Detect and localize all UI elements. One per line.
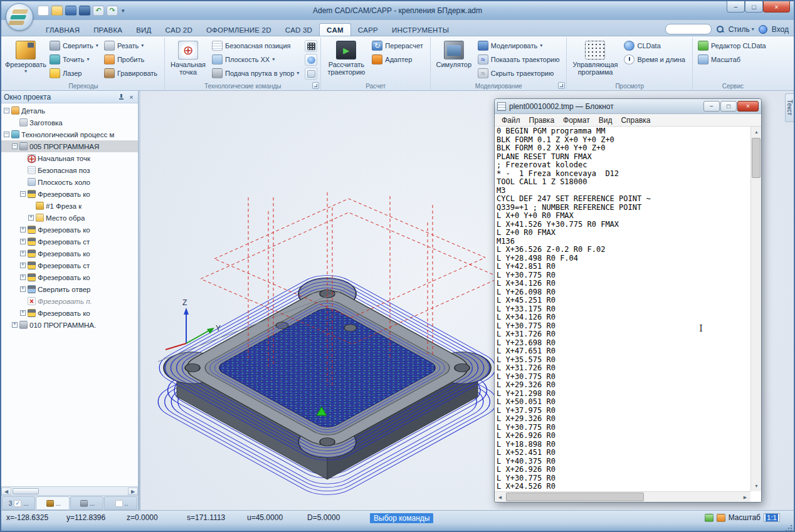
search-input[interactable] <box>665 24 712 34</box>
login-icon[interactable] <box>759 25 767 34</box>
notepad-menu-item[interactable]: Справка <box>616 115 655 126</box>
tree-item[interactable]: Фрезеровать ст <box>1 236 138 248</box>
panel-close-icon[interactable]: × <box>127 93 135 101</box>
ribbon-button[interactable]: CLData ▾ <box>622 39 689 53</box>
notepad-menu-item[interactable]: Вид <box>594 115 617 126</box>
tree-item[interactable]: Фрезеровать ко <box>1 224 138 236</box>
tree-expand-icon[interactable] <box>28 203 34 209</box>
tree-expand-icon[interactable] <box>20 239 26 244</box>
ribbon-tab[interactable]: CAD 2D <box>159 24 199 36</box>
milling-button[interactable]: Фрезеровать ▾ <box>6 39 46 81</box>
ribbon-icon-button[interactable] <box>305 68 317 80</box>
notepad-maximize-button[interactable]: □ <box>720 101 737 112</box>
calculate-toolpath-button[interactable]: Рассчитать траекторию <box>324 39 368 81</box>
nc-program-button[interactable]: Управляющая программа <box>570 39 620 81</box>
ribbon-button[interactable]: Безопасная позиция ▾ <box>210 39 303 53</box>
start-point-button[interactable]: Начальная точка <box>168 39 208 81</box>
tree-expand-icon[interactable] <box>20 274 26 280</box>
ribbon-button[interactable]: Точить ▾ <box>48 53 102 66</box>
tree-expand-icon[interactable] <box>20 155 26 161</box>
ribbon-button[interactable]: Моделировать ▾ <box>476 39 564 53</box>
tree-expand-icon[interactable] <box>12 120 18 125</box>
adem-logo-icon[interactable] <box>6 3 33 31</box>
tree-expand-icon[interactable] <box>20 227 26 232</box>
ribbon-button[interactable]: Гравировать ▾ <box>102 66 161 80</box>
tree-expand-icon[interactable] <box>4 108 9 113</box>
tree-expand-icon[interactable] <box>20 286 26 292</box>
ribbon-tab[interactable]: ИНСТРУМЕНТЫ <box>385 24 456 36</box>
tree-expand-icon[interactable] <box>12 143 18 149</box>
panel-tab[interactable]: ... <box>70 496 103 510</box>
scroll-left-icon[interactable]: ◀ <box>495 492 505 502</box>
ribbon-tab[interactable]: CAPP <box>351 24 385 36</box>
ribbon-icon-button[interactable] <box>305 54 317 66</box>
ribbon-button[interactable]: Подача прутка в упор ▾ <box>210 66 303 80</box>
tree-item[interactable]: Фрезеровать ко <box>1 307 138 319</box>
tree-item[interactable]: Безопасная поз <box>1 164 138 176</box>
tree-expand-icon[interactable] <box>20 191 26 197</box>
search-icon[interactable] <box>716 25 724 33</box>
tree-item[interactable]: 005 ПРОГРАММНАЯ <box>1 140 138 152</box>
dialog-launcher-icon[interactable] <box>312 82 319 89</box>
tree-item[interactable]: Начальная точк <box>1 152 138 164</box>
scale-input[interactable]: 1:1 <box>764 513 780 522</box>
scroll-left-icon[interactable]: ◀ <box>1 488 11 495</box>
login-button[interactable]: Вход <box>772 25 789 34</box>
orange-cube-icon[interactable] <box>717 514 725 522</box>
quick-access-menu-arrow-icon[interactable]: ▾ <box>122 8 125 14</box>
tree-item[interactable]: Сверлить отвер <box>1 283 138 295</box>
ribbon-tab[interactable]: CAD 3D <box>278 24 319 36</box>
ribbon-button[interactable]: Скрыть траекторию ▾ <box>476 66 564 80</box>
ribbon-button[interactable]: Резать ▾ <box>102 39 161 53</box>
notepad-titlebar[interactable]: plent00010002.tmp — Блокнот − □ × <box>495 99 761 114</box>
tree-expand-icon[interactable] <box>20 167 26 173</box>
scrollbar-thumb[interactable] <box>13 488 39 494</box>
notepad-menu-item[interactable]: Файл <box>497 115 525 126</box>
notepad-vertical-scrollbar[interactable]: ▲ ▼ <box>750 127 761 491</box>
save-all-icon[interactable] <box>79 6 90 16</box>
tree-item[interactable]: Технологический процесс м <box>1 128 138 140</box>
redo-icon[interactable] <box>107 6 118 16</box>
ribbon-tab[interactable]: ГЛАВНАЯ <box>39 24 87 36</box>
tree-item[interactable]: Заготовка <box>1 117 138 128</box>
open-folder-icon[interactable] <box>51 6 63 16</box>
tree-item[interactable]: 010 ПРОГРАММНА. <box>1 319 138 331</box>
panel-horizontal-scrollbar[interactable]: ◀ ▶ <box>1 486 138 495</box>
panel-tab[interactable]: ... <box>36 496 69 510</box>
notepad-minimize-button[interactable]: − <box>703 101 720 112</box>
tree-item[interactable]: Плоскость холо <box>1 176 138 188</box>
ribbon-tab[interactable]: ВИД <box>129 24 158 36</box>
titlebar[interactable]: ▾ Adem CAD/CAM/CAPP - крепления БПдерж.a… <box>1 1 794 20</box>
new-doc-icon[interactable] <box>38 6 49 16</box>
tree-expand-icon[interactable] <box>28 215 34 221</box>
tree-expand-icon[interactable] <box>20 251 26 256</box>
tree-expand-icon[interactable] <box>20 298 26 304</box>
panel-tab[interactable]: 3 ... <box>2 496 35 510</box>
green-book-icon[interactable] <box>705 514 713 522</box>
tree-expand-icon[interactable] <box>4 132 9 137</box>
tree-item[interactable]: Место обра <box>1 212 138 224</box>
ribbon-tab[interactable]: ПРАВКА <box>87 24 129 36</box>
simulator-button[interactable]: Симулятор <box>434 39 474 81</box>
ribbon-button[interactable]: Перерасчет ▾ <box>370 39 426 53</box>
ribbon-button[interactable]: Адаптер ▾ <box>370 53 426 66</box>
ribbon-tab[interactable]: ОФОРМЛЕНИЕ 2D <box>199 24 278 36</box>
ribbon-button[interactable]: Пробить ▾ <box>102 53 161 66</box>
panel-tab[interactable]: .. <box>104 496 137 510</box>
scrollbar-thumb[interactable] <box>752 138 761 178</box>
tree-item[interactable]: Фрезеровать ст <box>1 259 138 271</box>
notepad-text[interactable]: 0 BEGIN PGM programma MM BLK FORM 0.1 Z … <box>497 127 750 491</box>
ribbon-tab[interactable]: CAM <box>319 23 351 36</box>
ribbon-button[interactable]: Показать траекторию ▾ <box>476 53 564 66</box>
ribbon-button[interactable]: Сверлить ▾ <box>48 39 102 53</box>
tree-expand-icon[interactable] <box>20 263 26 268</box>
tree-item[interactable]: Фрезеровать п. <box>1 295 138 307</box>
ribbon-icon-button[interactable] <box>305 40 317 52</box>
tree-item[interactable]: Деталь <box>1 105 138 117</box>
tree-item[interactable]: #1 Фреза к <box>1 200 138 212</box>
notepad-menu-item[interactable]: Формат <box>559 115 594 126</box>
tree-expand-icon[interactable] <box>20 310 26 316</box>
side-tab-text[interactable]: Текст <box>785 93 794 122</box>
scroll-right-icon[interactable]: ▶ <box>128 488 138 495</box>
save-icon[interactable] <box>65 6 76 16</box>
